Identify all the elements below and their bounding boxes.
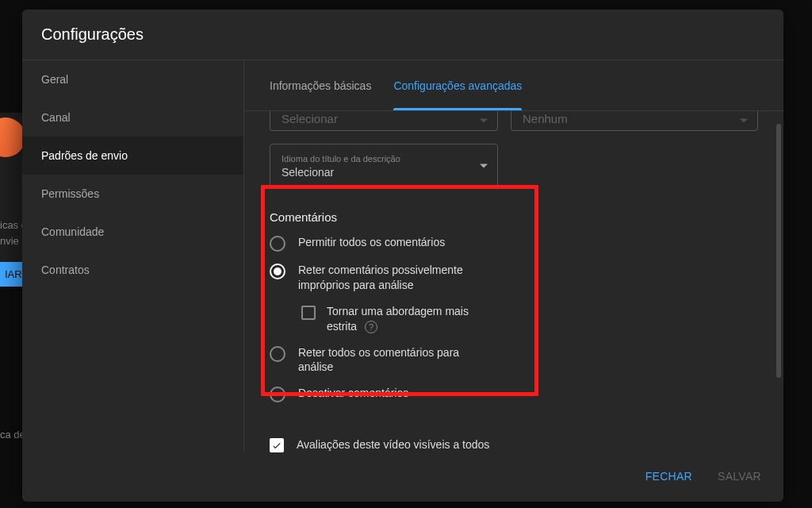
help-icon[interactable]: ? [365,321,377,333]
checkbox-icon [270,438,284,452]
checkbox-label: Tornar uma abordagem mais estrita ? [327,304,485,334]
tab-avancadas[interactable]: Configurações avançadas [393,60,522,110]
radio-icon [270,346,285,362]
top-selects-row: Selecionar Nenhum [270,111,758,131]
radio-label: Reter comentários possivelmente imprópri… [298,263,481,293]
settings-sidebar: Geral Canal Padrões de envio Permissões … [22,60,244,452]
radio-allow-all[interactable]: Permitir todos os comentários [270,235,758,252]
comments-section: Comentários Permitir todos os comentário… [270,191,758,410]
select-partial-right[interactable]: Nenhum [511,111,758,131]
comments-section-title: Comentários [270,210,758,224]
select-value: Nenhum [523,112,746,125]
radio-icon [270,236,285,252]
chevron-down-icon [480,118,488,122]
tab-basicas[interactable]: Informações básicas [270,60,371,110]
checkbox-strict[interactable]: Tornar uma abordagem mais estrita ? [301,304,758,334]
modal-footer: FECHAR SALVAR [22,452,783,502]
chevron-down-icon [740,118,748,122]
radio-disable[interactable]: Desativar comentários [270,386,758,402]
select-label: Idioma do título e da descrição [282,154,486,164]
radio-icon [270,264,285,279]
select-language[interactable]: Idioma do título e da descrição Selecion… [270,144,498,188]
save-button[interactable]: SALVAR [714,464,764,489]
modal-title: Configurações [41,25,764,44]
select-value: Selecionar [282,166,486,179]
radio-icon [270,387,285,402]
checkbox-ratings-visible[interactable]: Avaliações deste vídeo visíveis a todos [270,437,758,452]
scrollbar[interactable] [776,124,781,378]
sidebar-item-geral[interactable]: Geral [22,60,243,98]
chevron-down-icon [480,164,488,168]
checkbox-icon [301,306,316,320]
tabs: Informações básicas Configurações avança… [244,60,783,111]
settings-panel[interactable]: Selecionar Nenhum Idioma do título e da … [244,111,783,452]
select-partial-left[interactable]: Selecionar [270,111,498,131]
radio-label: Reter todos os comentários para análise [298,345,481,375]
settings-content: Informações básicas Configurações avança… [244,60,783,452]
radio-label: Permitir todos os comentários [298,235,445,250]
sidebar-item-contratos[interactable]: Contratos [22,251,243,289]
sidebar-item-padroes-envio[interactable]: Padrões de envio [22,137,243,175]
comments-radio-group: Permitir todos os comentários Reter come… [270,235,758,402]
radio-hold-all[interactable]: Reter todos os comentários para análise [270,345,758,375]
checkbox-label-text: Tornar uma abordagem mais estrita [327,305,469,333]
sidebar-item-comunidade[interactable]: Comunidade [22,213,243,251]
modal-header: Configurações [22,10,783,60]
settings-modal: Configurações Geral Canal Padrões de env… [22,10,783,502]
modal-body: Geral Canal Padrões de envio Permissões … [22,60,783,452]
checkbox-label: Avaliações deste vídeo visíveis a todos [297,437,489,452]
sidebar-item-permissoes[interactable]: Permissões [22,175,243,213]
select-value: Selecionar [282,112,486,125]
close-button[interactable]: FECHAR [642,464,695,489]
radio-hold-inappropriate[interactable]: Reter comentários possivelmente imprópri… [270,263,758,293]
sidebar-item-canal[interactable]: Canal [22,98,243,137]
radio-label: Desativar comentários [298,386,408,401]
